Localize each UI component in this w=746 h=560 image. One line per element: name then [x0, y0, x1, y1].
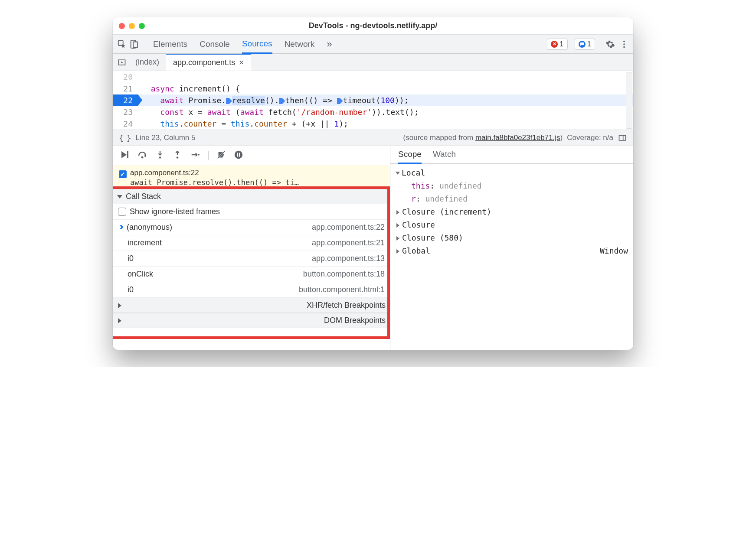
main-toolbar: Elements Console Sources Network » ✕ 1 1	[113, 35, 633, 54]
svg-rect-17	[237, 153, 238, 156]
checkbox[interactable]	[118, 208, 126, 216]
svg-rect-18	[239, 153, 240, 156]
call-stack-frame[interactable]: onClickbutton.component.ts:18	[113, 267, 390, 282]
sidebar-toggle-icon[interactable]	[618, 133, 627, 143]
xhr-breakpoints-header[interactable]: XHR/fetch Breakpoints	[113, 298, 390, 313]
pause-on-exceptions-icon[interactable]	[234, 150, 243, 161]
error-count-badge[interactable]: ✕ 1	[547, 39, 567, 50]
scope-closure[interactable]: Closure (increment)	[402, 207, 491, 216]
frame-location: app.component.ts:21	[312, 238, 385, 247]
error-icon: ✕	[551, 41, 558, 48]
chevron-down-icon	[117, 195, 122, 199]
svg-point-12	[177, 156, 179, 159]
frame-location: button.component.html:1	[299, 285, 385, 294]
tab-sources[interactable]: Sources	[242, 35, 272, 54]
file-tab-label: (index)	[135, 58, 159, 67]
line-number[interactable]: 21	[113, 83, 138, 94]
current-frame-arrow-icon	[118, 223, 127, 231]
pretty-print-icon[interactable]: { }	[119, 133, 131, 143]
svg-point-11	[159, 156, 161, 159]
tab-scope[interactable]: Scope	[398, 150, 422, 164]
kebab-menu-icon[interactable]	[619, 39, 629, 49]
step-marker-icon	[226, 98, 232, 104]
svg-point-10	[141, 156, 144, 158]
tab-watch[interactable]: Watch	[433, 150, 456, 163]
chevron-right-icon	[396, 249, 399, 254]
editor-status-bar: { } Line 23, Column 5 (source mapped fro…	[113, 130, 633, 146]
window-titlebar: DevTools - ng-devtools.netlify.app/	[113, 17, 633, 35]
resume-icon[interactable]	[119, 150, 129, 162]
step-icon[interactable]	[190, 150, 200, 161]
message-icon	[579, 41, 586, 48]
source-map-info: (source mapped from main.fa8bfa0e23f1eb7…	[403, 133, 563, 142]
breakpoint-checkbox[interactable]	[119, 170, 127, 178]
tab-elements[interactable]: Elements	[153, 35, 187, 53]
frame-location: app.component.ts:13	[312, 254, 385, 263]
call-stack-frame[interactable]: (anonymous)app.component.ts:22	[113, 220, 390, 235]
call-stack-frame[interactable]: i0app.component.ts:13	[113, 251, 390, 267]
breakpoint-location[interactable]: app.component.ts:22	[130, 169, 199, 177]
debugger-right-panel: Scope Watch Local this: undefined r: und…	[390, 146, 633, 350]
message-count-badge[interactable]: 1	[575, 39, 595, 50]
settings-icon[interactable]	[605, 39, 615, 49]
scope-global[interactable]: Global	[402, 246, 430, 255]
scope-closure[interactable]: Closure	[402, 220, 435, 229]
deactivate-breakpoints-icon[interactable]	[216, 150, 226, 161]
scope-tree[interactable]: Local this: undefined r: undefined Closu…	[390, 164, 633, 260]
frame-location: app.component.ts:22	[312, 223, 385, 232]
devtools-window: DevTools - ng-devtools.netlify.app/ Elem…	[113, 17, 633, 350]
svg-point-5	[623, 46, 625, 48]
chevron-right-icon	[118, 318, 320, 323]
scope-value: undefined	[439, 181, 482, 190]
line-number[interactable]: 24	[113, 118, 138, 130]
tab-network[interactable]: Network	[285, 35, 315, 53]
file-tab-app-component[interactable]: app.component.ts ✕	[166, 54, 251, 71]
close-icon[interactable]: ✕	[239, 59, 244, 67]
message-count: 1	[587, 40, 591, 49]
tab-console[interactable]: Console	[200, 35, 230, 53]
chevron-down-icon	[396, 172, 400, 175]
toolbar-divider	[208, 151, 209, 160]
file-tab-label: app.component.ts	[173, 58, 235, 67]
device-toolbar-icon[interactable]	[129, 39, 139, 49]
coverage-info: Coverage: n/a	[567, 133, 613, 142]
scope-local[interactable]: Local	[402, 168, 425, 177]
chevron-right-icon	[118, 303, 302, 308]
code-line-current: await Promise.resolve().then(() => timeo…	[138, 94, 633, 106]
cursor-position: Line 23, Column 5	[136, 133, 196, 142]
scope-value: undefined	[425, 194, 468, 203]
paused-message: app.component.ts:22 await Promise.resolv…	[113, 165, 390, 189]
frame-function: (anonymous)	[127, 223, 172, 231]
step-over-icon[interactable]	[137, 150, 147, 162]
chevron-right-icon	[396, 210, 399, 215]
step-into-icon[interactable]	[155, 150, 165, 161]
more-tabs-icon[interactable]: »	[327, 39, 332, 50]
frame-function: i0	[128, 285, 134, 294]
navigator-toggle-icon[interactable]	[117, 58, 127, 67]
scope-closure[interactable]: Closure (580)	[402, 233, 463, 242]
frame-function: i0	[128, 254, 134, 263]
scope-watch-tabs: Scope Watch	[390, 146, 633, 164]
call-stack-header[interactable]: Call Stack	[113, 189, 390, 204]
toolbar-separator	[146, 39, 146, 49]
svg-point-4	[623, 43, 625, 45]
scope-value: Window	[600, 244, 628, 257]
debugger-toolbar	[113, 146, 390, 165]
line-number[interactable]: 23	[113, 106, 138, 118]
dom-breakpoints-header[interactable]: DOM Breakpoints	[113, 313, 390, 328]
debugger-left-panel: app.component.ts:22 await Promise.resolv…	[113, 146, 390, 350]
step-marker-icon	[279, 98, 285, 104]
call-stack-frame[interactable]: i0button.component.html:1	[113, 282, 390, 298]
code-editor[interactable]: 20 21 async increment() { 22 await Promi…	[113, 71, 633, 130]
line-number[interactable]: 22	[113, 94, 138, 106]
call-stack-frame[interactable]: incrementapp.component.ts:21	[113, 235, 390, 251]
show-ignored-frames-row[interactable]: Show ignore-listed frames	[113, 204, 390, 220]
editor-scrollbar[interactable]	[626, 72, 632, 129]
step-out-icon[interactable]	[173, 150, 182, 161]
file-tab-index[interactable]: (index)	[128, 54, 166, 71]
source-map-link[interactable]: main.fa8bfa0e23f1eb71.js	[475, 133, 560, 142]
window-title: DevTools - ng-devtools.netlify.app/	[113, 21, 633, 30]
line-number: 20	[113, 71, 138, 83]
error-count: 1	[560, 40, 563, 49]
inspect-element-icon[interactable]	[117, 39, 127, 49]
